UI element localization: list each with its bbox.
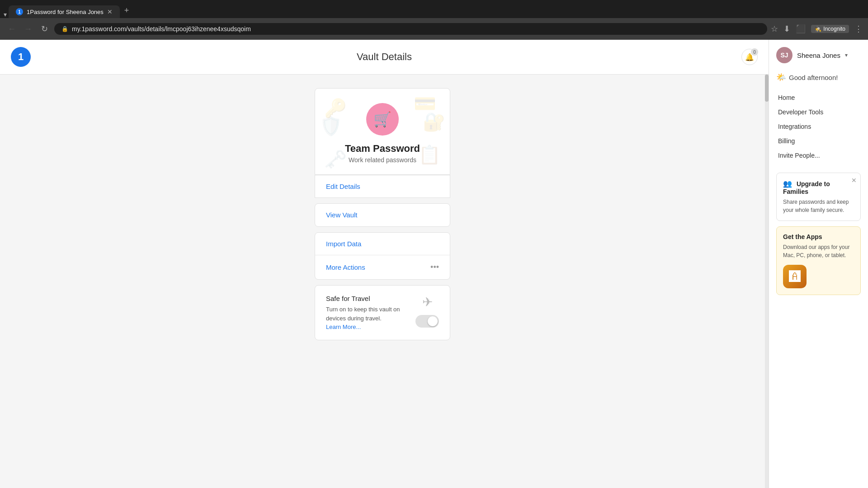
active-tab[interactable]: 1 1Password for Sheena Jones ✕ (9, 5, 120, 18)
incognito-icon: 🕵 (815, 26, 821, 32)
user-name: Sheena Jones (797, 52, 840, 59)
airplane-icon: ✈ (422, 295, 433, 310)
toggle-knob (428, 316, 438, 326)
vault-container: 🔑 🛡️ 💳 🔐 🗝️ 📋 🛒 Team Password Work relat… (315, 88, 450, 474)
more-actions-button[interactable]: More Actions (326, 263, 365, 271)
tab-favicon: 1 (16, 8, 23, 15)
apps-store-icon: 🅰 (783, 265, 807, 288)
url-text: my.1password.com/vaults/details/lmcpooj6… (72, 25, 251, 33)
scroll-indicator (765, 75, 769, 488)
notification-badge: 0 (751, 48, 758, 56)
nav-home[interactable]: Home (776, 91, 861, 104)
app-logo: 1 (11, 47, 31, 67)
notification-button[interactable]: 🔔 0 (741, 49, 758, 65)
nav-integrations[interactable]: Integrations (776, 120, 861, 133)
main-content: 1 Vault Details 🔔 0 🔑 🛡️ (0, 40, 769, 488)
bg-icon-5: 🗝️ (324, 149, 347, 170)
upgrade-card-title: 👥 Upgrade to Families (783, 179, 854, 195)
upgrade-card-description: Share passwords and keep your whole fami… (783, 198, 854, 214)
upgrade-icon: 👥 (783, 180, 792, 188)
download-icon[interactable]: ⬇ (783, 24, 790, 34)
bg-icon-6: 📋 (418, 144, 441, 165)
bookmark-icon[interactable]: ☆ (771, 24, 778, 34)
chevron-down-icon: ▾ (845, 52, 848, 58)
apps-card-description: Download our apps for your Mac, PC, phon… (783, 243, 854, 259)
app-body: 1 Vault Details 🔔 0 🔑 🛡️ (0, 40, 868, 488)
browser-frame: ▾ 1 1Password for Sheena Jones ✕ + ← → ↻… (0, 0, 868, 40)
content-area: 🔑 🛡️ 💳 🔐 🗝️ 📋 🛒 Team Password Work relat… (0, 75, 769, 488)
upgrade-card-close-button[interactable]: ✕ (851, 177, 857, 184)
app-header: 1 Vault Details 🔔 0 (0, 40, 769, 75)
browser-tabs: ▾ 1 1Password for Sheena Jones ✕ + (0, 0, 868, 18)
nav-billing[interactable]: Billing (776, 135, 861, 147)
forward-button[interactable]: → (22, 23, 34, 35)
upgrade-card: ✕ 👥 Upgrade to Families Share passwords … (776, 173, 861, 221)
vault-description: Work related passwords (349, 156, 416, 164)
travel-toggle[interactable] (415, 315, 439, 328)
lock-icon: 🔒 (61, 26, 68, 32)
reload-button[interactable]: ↻ (38, 23, 51, 35)
sidebar-user[interactable]: SJ Sheena Jones ▾ (776, 47, 861, 63)
incognito-badge: 🕵 Incognito (811, 25, 849, 33)
travel-section: Safe for Travel Turn on to keep this vau… (315, 285, 450, 340)
tab-close-button[interactable]: ✕ (107, 8, 113, 15)
new-tab-button[interactable]: + (120, 3, 134, 18)
greeting-emoji: 🌤️ (776, 72, 786, 82)
tab-title: 1Password for Sheena Jones (27, 9, 104, 15)
vault-main-icon: 🛒 (366, 103, 399, 136)
vault-scroll-area[interactable]: 🔑 🛡️ 💳 🔐 🗝️ 📋 🛒 Team Password Work relat… (0, 75, 765, 488)
page-title: Vault Details (357, 51, 412, 63)
nav-invite-people[interactable]: Invite People... (776, 149, 861, 162)
edit-details-section: Edit Details (315, 175, 450, 198)
nav-developer-tools[interactable]: Developer Tools (776, 106, 861, 118)
vault-icon-section: 🔑 🛡️ 💳 🔐 🗝️ 📋 🛒 Team Password Work relat… (315, 88, 450, 175)
greeting: 🌤️ Good afternoon! (776, 72, 861, 82)
more-actions-dots-icon: ••• (430, 263, 439, 272)
view-vault-button[interactable]: View Vault (326, 211, 358, 219)
address-bar[interactable]: 🔒 my.1password.com/vaults/details/lmcpoo… (54, 23, 767, 35)
travel-text: Safe for Travel Turn on to keep this vau… (326, 295, 408, 331)
travel-description: Turn on to keep this vault on devices du… (326, 305, 408, 323)
apps-card-title: Get the Apps (783, 233, 854, 240)
toolbar-actions: ☆ ⬇ ⬛ 🕵 Incognito ⋮ (771, 24, 863, 34)
travel-title: Safe for Travel (326, 295, 408, 302)
user-avatar: SJ (776, 47, 793, 63)
scroll-thumb[interactable] (765, 75, 769, 102)
view-vault-section: View Vault (315, 203, 450, 227)
actions-section: Import Data More Actions ••• (315, 232, 450, 280)
edit-details-button[interactable]: Edit Details (326, 183, 439, 190)
incognito-label: Incognito (823, 26, 845, 32)
menu-icon[interactable]: ⋮ (854, 24, 863, 34)
extensions-icon[interactable]: ⬛ (796, 24, 806, 34)
browser-toolbar: ← → ↻ 🔒 my.1password.com/vaults/details/… (0, 18, 868, 40)
import-data-button[interactable]: Import Data (326, 240, 361, 248)
bg-icon-4: 🔐 (423, 111, 445, 132)
header-right: 🔔 0 (741, 49, 758, 65)
back-button[interactable]: ← (5, 23, 18, 35)
nav-links: Home Developer Tools Integrations Billin… (776, 91, 861, 162)
greeting-text: Good afternoon! (789, 74, 838, 81)
travel-learn-more-link[interactable]: Learn More... (326, 324, 361, 330)
right-sidebar: SJ Sheena Jones ▾ 🌤️ Good afternoon! Hom… (769, 40, 868, 488)
import-data-row[interactable]: Import Data (315, 233, 450, 255)
travel-right: ✈ (415, 295, 439, 328)
apps-card: Get the Apps Download our apps for your … (776, 226, 861, 295)
tab-dropdown[interactable]: ▾ (4, 11, 7, 18)
vault-name: Team Password (345, 143, 420, 155)
bg-icon-2: 🛡️ (320, 116, 342, 137)
more-actions-row[interactable]: More Actions ••• (315, 255, 450, 279)
